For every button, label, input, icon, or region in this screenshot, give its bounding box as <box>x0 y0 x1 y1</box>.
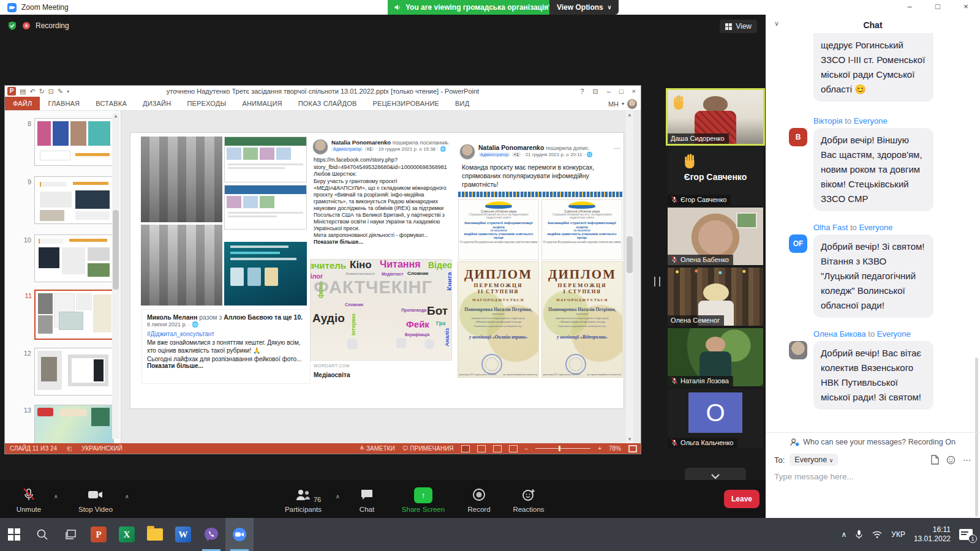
notes-button[interactable]: ≜ ЗАМЕТКИ <box>360 445 395 452</box>
wordcloud-word: Пропаганда <box>401 308 426 312</box>
tray-mic-icon[interactable] <box>855 530 863 539</box>
post-author[interactable]: Natalia Ponomarenko <box>331 139 391 146</box>
tab-animations[interactable]: АНИМАЦИЯ <box>234 97 290 110</box>
maximize-button[interactable]: □ <box>924 0 952 15</box>
tab-insert[interactable]: ВСТАВКА <box>88 97 135 110</box>
collapse-chat-icon[interactable]: ∨ <box>774 20 779 28</box>
minimize-button[interactable]: – <box>895 0 924 15</box>
normal-view-button[interactable] <box>461 445 470 452</box>
start-button[interactable] <box>0 518 28 551</box>
slide-thumbnail-9[interactable]: 9 <box>34 176 114 224</box>
participant-tile[interactable]: Олена Семеног <box>668 268 763 326</box>
canvas-scrollbar[interactable]: ▲ ▼ <box>626 111 633 443</box>
comments-button[interactable]: 🗩 ПРИМЕЧАНИЯ <box>402 445 454 452</box>
chat-input[interactable]: Type message here... <box>766 470 980 484</box>
message-recipient[interactable]: Everyone <box>877 329 911 339</box>
message-sender[interactable]: Олена Бикова <box>813 329 866 339</box>
slideshow-view-button[interactable] <box>509 445 518 452</box>
emoji-icon[interactable] <box>946 455 956 465</box>
pp-restore-button[interactable]: □ <box>619 88 624 96</box>
post-link-url[interactable]: https://m.facebook.com/story.php? <box>314 157 448 164</box>
ribbon-options-icon[interactable]: ⊡ <box>593 88 598 96</box>
panel-drag-handle[interactable] <box>654 277 660 287</box>
slide-thumbnail-11-selected[interactable]: 11 <box>34 290 114 340</box>
fit-slide-button[interactable] <box>628 445 637 452</box>
zoom-level[interactable]: 78% <box>609 445 621 452</box>
tab-review[interactable]: РЕЦЕНЗИРОВАНИЕ <box>364 97 447 110</box>
account-badge[interactable]: МН ▾ <box>608 97 637 111</box>
tab-view[interactable]: ВИД <box>447 97 477 110</box>
tab-home[interactable]: ГЛАВНАЯ <box>40 97 88 110</box>
message-sender[interactable]: Вікторія <box>813 116 843 126</box>
taskbar-clock[interactable]: 16:11 13.01.2022 <box>914 525 951 544</box>
reactions-button[interactable]: Reactions <box>505 487 552 513</box>
post-menu-icon[interactable]: … <box>442 138 450 145</box>
participant-tile[interactable]: Олена Бабенко <box>668 208 763 265</box>
reading-view-button[interactable] <box>493 445 502 452</box>
wifi-icon[interactable] <box>872 530 883 539</box>
chat-button[interactable]: Chat <box>348 487 386 513</box>
taskbar-excel-icon[interactable]: X <box>113 518 141 551</box>
message-recipient[interactable]: Everyone <box>854 116 888 126</box>
help-icon[interactable]: ? <box>580 88 584 96</box>
view-options-button[interactable]: View Options∨ <box>549 0 619 15</box>
post-coauthor[interactable]: Аллою Баєвою <box>224 313 273 321</box>
show-more-link[interactable]: Показати більше... <box>147 362 203 369</box>
action-center-icon[interactable]: 1 <box>959 529 973 540</box>
slide-sorter-view-button[interactable] <box>477 445 486 452</box>
language-label[interactable]: УКРАИНСКИЙ <box>81 445 123 452</box>
post-menu-icon[interactable]: … <box>614 143 621 150</box>
slide-thumbnail-8[interactable]: 8 <box>34 118 114 166</box>
participant-tile-initial[interactable]: O Ольга Кальченко <box>668 389 763 448</box>
taskbar-powerpoint-icon[interactable]: P <box>85 518 113 551</box>
tab-design[interactable]: ДИЗАЙН <box>135 97 179 110</box>
record-button[interactable]: Record <box>461 487 497 513</box>
post-hashtag[interactable]: #Діджитал_консультант <box>142 328 310 337</box>
more-options-icon[interactable]: ⋯ <box>963 455 971 465</box>
stop-video-button[interactable]: Stop Video <box>71 487 120 513</box>
participant-tile-active[interactable]: Даша Сидоренко <box>668 90 763 144</box>
taskbar-word-icon[interactable]: W <box>169 518 197 551</box>
participants-button[interactable]: 76 Participants <box>277 487 330 513</box>
show-more-link[interactable]: Показати більше... <box>314 239 363 245</box>
share-screen-button[interactable]: ↑ Share Screen <box>397 487 450 513</box>
pp-close-button[interactable]: × <box>632 88 636 96</box>
recipient-select[interactable]: Everyone ∨ <box>790 454 838 466</box>
taskbar-explorer-icon[interactable] <box>141 518 169 551</box>
taskbar-viber-icon[interactable] <box>197 518 225 551</box>
spellcheck-icon[interactable]: ⎗ <box>67 445 72 452</box>
tab-file[interactable]: ФАЙЛ <box>5 97 40 110</box>
message-sender[interactable]: Olha Fast <box>813 223 848 232</box>
zoom-out-button[interactable]: – <box>525 445 529 452</box>
slide-thumbnail-12[interactable]: 12 <box>34 348 114 395</box>
view-button[interactable]: View <box>720 20 757 33</box>
participant-tile-name-only[interactable]: Єгор Савченко Єгор Савченко <box>668 146 763 205</box>
participant-tile[interactable]: Наталія Лозова <box>668 328 763 386</box>
close-button[interactable]: × <box>952 0 980 15</box>
slide-thumbnail-10[interactable]: 10 <box>34 234 114 282</box>
pp-minimize-button[interactable]: – <box>607 88 611 96</box>
leave-button[interactable]: Leave <box>724 490 760 508</box>
message-recipient[interactable]: Everyone <box>859 223 892 232</box>
search-button[interactable] <box>28 518 56 551</box>
zoom-in-button[interactable]: + <box>598 445 601 452</box>
post-author[interactable]: Natalia Ponomarenko <box>478 144 544 151</box>
tab-slideshow[interactable]: ПОКАЗ СЛАЙДОВ <box>290 97 365 110</box>
participants-options-chevron[interactable]: ∧ <box>336 493 340 500</box>
tab-transitions[interactable]: ПЕРЕХОДЫ <box>179 97 234 110</box>
unmute-button[interactable]: Unmute <box>9 487 49 513</box>
language-indicator[interactable]: УКР <box>891 530 905 539</box>
zoom-slider[interactable] <box>535 448 590 449</box>
mic-options-chevron[interactable]: ∧ <box>54 493 58 500</box>
tray-expand-chevron[interactable]: ∧ <box>842 530 847 539</box>
video-options-chevron[interactable]: ∧ <box>125 493 129 500</box>
thumbnail-scrollbar[interactable]: ▲ <box>112 113 119 439</box>
scroll-down-arrow[interactable]: ▼ <box>626 437 633 442</box>
taskbar-zoom-icon[interactable] <box>225 518 254 551</box>
scroll-up-arrow[interactable]: ▲ <box>626 112 633 118</box>
post-author[interactable]: Миколь Меланн <box>147 313 197 321</box>
task-view-button[interactable] <box>56 518 85 551</box>
scroll-up-arrow[interactable]: ▲ <box>112 113 119 119</box>
file-attach-icon[interactable] <box>930 455 939 465</box>
slide-thumbnail-13[interactable]: 13 <box>34 405 114 443</box>
